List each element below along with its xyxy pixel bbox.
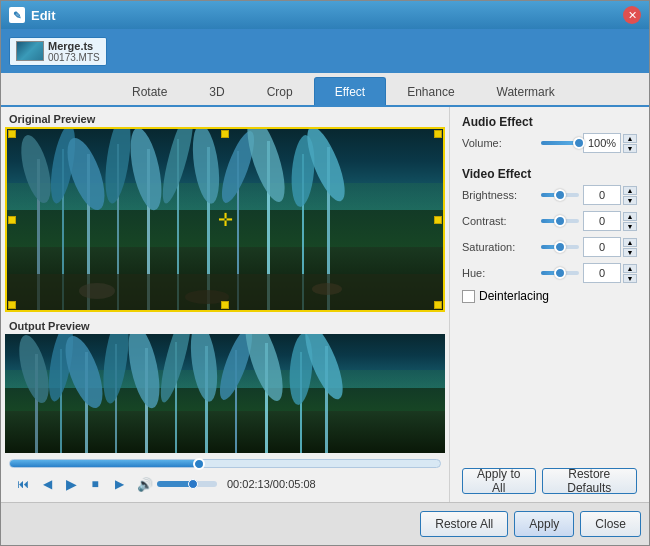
saturation-up[interactable]: ▲ — [623, 238, 637, 247]
footer: Restore All Apply Close — [1, 502, 649, 545]
volume-icon: 🔊 — [137, 477, 153, 492]
play-button[interactable]: ▶ — [61, 474, 81, 494]
volume-down-btn[interactable]: ▼ — [623, 144, 637, 153]
crop-handle-tr[interactable] — [434, 130, 442, 138]
output-video-scene — [5, 334, 445, 453]
brightness-down[interactable]: ▼ — [623, 196, 637, 205]
svg-point-9 — [125, 129, 168, 213]
tab-watermark[interactable]: Watermark — [476, 77, 576, 105]
window-icon: ✎ — [9, 7, 25, 23]
contrast-track[interactable] — [541, 219, 579, 223]
saturation-down[interactable]: ▼ — [623, 248, 637, 257]
original-preview-label: Original Preview — [5, 111, 445, 127]
tab-enhance[interactable]: Enhance — [386, 77, 475, 105]
tab-3d[interactable]: 3D — [188, 77, 245, 105]
saturation-value-group: 0 ▲ ▼ — [583, 237, 637, 257]
crop-handle-bm[interactable] — [221, 301, 229, 309]
brightness-spin: ▲ ▼ — [623, 186, 637, 205]
saturation-track[interactable] — [541, 245, 579, 249]
file-subname: 00173.MTS — [48, 52, 100, 63]
hue-row: Hue: 0 ▲ ▼ — [462, 263, 637, 283]
restore-all-button[interactable]: Restore All — [420, 511, 508, 537]
file-thumbnail — [16, 41, 44, 61]
skip-back-button[interactable]: ⏮ — [13, 474, 33, 494]
crop-handle-tl[interactable] — [8, 130, 16, 138]
tab-crop[interactable]: Crop — [246, 77, 314, 105]
volume-slider[interactable] — [157, 481, 217, 487]
volume-value-box[interactable]: 100% — [583, 133, 621, 153]
volume-label: Volume: — [462, 137, 537, 149]
main-content: Original Preview — [1, 107, 649, 502]
svg-point-35 — [123, 334, 166, 411]
volume-up-btn[interactable]: ▲ — [623, 134, 637, 143]
deinterlacing-checkbox[interactable] — [462, 290, 475, 303]
video-effect-section: Video Effect Brightness: 0 ▲ ▼ — [462, 167, 637, 303]
volume-container: 🔊 — [137, 477, 217, 492]
hue-value[interactable]: 0 — [583, 263, 621, 283]
close-window-button[interactable]: ✕ — [623, 6, 641, 24]
prev-frame-button[interactable]: ◀ — [37, 474, 57, 494]
time-display: 00:02:13/00:05:08 — [227, 478, 316, 490]
contrast-down[interactable]: ▼ — [623, 222, 637, 231]
tab-effect[interactable]: Effect — [314, 77, 386, 105]
playback-progress[interactable] — [9, 459, 441, 468]
tab-rotate[interactable]: Rotate — [111, 77, 188, 105]
crop-handle-tm[interactable] — [221, 130, 229, 138]
saturation-value[interactable]: 0 — [583, 237, 621, 257]
progress-thumb[interactable] — [193, 458, 205, 470]
crop-crosshair: ✛ — [218, 211, 233, 229]
audio-effect-section: Audio Effect Volume: 100% ▲ ▼ — [462, 115, 637, 159]
brightness-value[interactable]: 0 — [583, 185, 621, 205]
brightness-track[interactable] — [541, 193, 579, 197]
volume-row: Volume: 100% ▲ ▼ — [462, 133, 637, 153]
brightness-row: Brightness: 0 ▲ ▼ — [462, 185, 637, 205]
close-button[interactable]: Close — [580, 511, 641, 537]
tab-bar: Rotate 3D Crop Effect Enhance Watermark — [1, 73, 649, 107]
contrast-up[interactable]: ▲ — [623, 212, 637, 221]
saturation-dot[interactable] — [554, 241, 566, 253]
brightness-dot[interactable] — [554, 189, 566, 201]
hue-down[interactable]: ▼ — [623, 274, 637, 283]
volume-thumb[interactable] — [188, 479, 198, 489]
svg-point-23 — [79, 283, 115, 299]
crop-handle-bl[interactable] — [8, 301, 16, 309]
saturation-label: Saturation: — [462, 241, 537, 253]
contrast-dot[interactable] — [554, 215, 566, 227]
deinterlacing-row: Deinterlacing — [462, 289, 637, 303]
brightness-value-group: 0 ▲ ▼ — [583, 185, 637, 205]
svg-point-39 — [187, 334, 222, 403]
preview-area: Original Preview — [1, 107, 449, 502]
volume-slider-track[interactable] — [541, 141, 579, 145]
title-bar: ✎ Edit ✕ — [1, 1, 649, 29]
edit-window: ✎ Edit ✕ Merge.ts 00173.MTS Rotate 3D Cr… — [0, 0, 650, 546]
next-frame-button[interactable]: ▶ — [109, 474, 129, 494]
svg-point-33 — [99, 334, 133, 405]
file-item[interactable]: Merge.ts 00173.MTS — [9, 37, 107, 66]
crop-handle-ml[interactable] — [8, 216, 16, 224]
contrast-value[interactable]: 0 — [583, 211, 621, 231]
audio-effect-title: Audio Effect — [462, 115, 637, 129]
brightness-up[interactable]: ▲ — [623, 186, 637, 195]
apply-button[interactable]: Apply — [514, 511, 574, 537]
svg-point-27 — [13, 334, 54, 406]
restore-defaults-button[interactable]: Restore Defaults — [542, 468, 637, 494]
volume-slider-dot[interactable] — [573, 137, 585, 149]
hue-value-group: 0 ▲ ▼ — [583, 263, 637, 283]
file-name: Merge.ts — [48, 40, 100, 52]
hue-track[interactable] — [541, 271, 579, 275]
progress-fill — [10, 460, 199, 467]
hue-up[interactable]: ▲ — [623, 264, 637, 273]
brightness-label: Brightness: — [462, 189, 537, 201]
hue-dot[interactable] — [554, 267, 566, 279]
apply-to-all-button[interactable]: Apply to All — [462, 468, 536, 494]
file-info: Merge.ts 00173.MTS — [48, 40, 100, 63]
contrast-spin: ▲ ▼ — [623, 212, 637, 231]
saturation-row: Saturation: 0 ▲ ▼ — [462, 237, 637, 257]
stop-button[interactable]: ■ — [85, 474, 105, 494]
svg-point-7 — [101, 129, 135, 205]
crop-handle-br[interactable] — [434, 301, 442, 309]
hue-spin: ▲ ▼ — [623, 264, 637, 283]
contrast-label: Contrast: — [462, 215, 537, 227]
crop-handle-mr[interactable] — [434, 216, 442, 224]
file-bar: Merge.ts 00173.MTS — [1, 29, 649, 73]
